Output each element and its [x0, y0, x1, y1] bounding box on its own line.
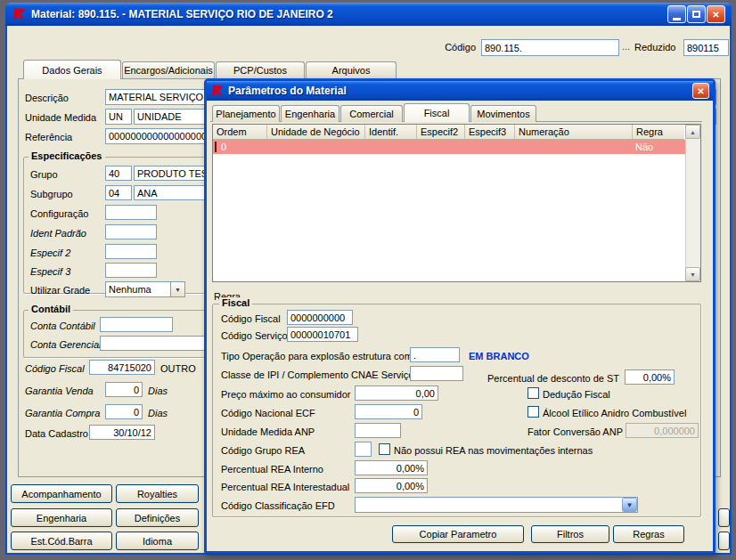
grid-header-unidade-negocio[interactable]: Unidade de Negócio	[267, 125, 365, 140]
tab-encargos-adicionais[interactable]: Encargos/Adicionais	[122, 61, 215, 78]
ident-padrao-input[interactable]	[105, 224, 157, 239]
tipo-operacao-input[interactable]: .	[410, 347, 460, 362]
grid-header-regra[interactable]: Regra	[633, 125, 684, 140]
copiar-parametro-button[interactable]: Copiar Parametro	[392, 525, 524, 543]
est-cod-barra-button[interactable]: Est.Cód.Barra	[11, 532, 112, 550]
utilizar-grade-dropdown-icon[interactable]: ▼	[170, 282, 184, 296]
unidade-medida-anp-input[interactable]	[355, 423, 401, 438]
codigo-grupo-rea-input[interactable]	[355, 442, 372, 457]
dlg-codigo-fiscal-input[interactable]: 0000000000	[287, 310, 353, 325]
grid-header-ordem[interactable]: Ordem	[213, 125, 267, 140]
dialog-tab-comercial[interactable]: Comercial	[340, 105, 403, 122]
close-button[interactable]: ✕	[707, 5, 725, 23]
conta-contabil-input[interactable]	[100, 317, 173, 332]
perc-rea-interno-label: Percentual REA Interno	[221, 464, 323, 475]
subgrupo-input[interactable]: 04	[105, 185, 132, 200]
utilizar-grade-combo[interactable]: Nenhuma ▼	[105, 281, 185, 297]
garantia-venda-suffix: Dias	[148, 386, 168, 396]
scroll-down-icon: ▼	[690, 272, 696, 278]
dialog-titlebar: Parâmetros do Material	[207, 81, 713, 101]
tab-arquivos[interactable]: Arquivos	[306, 61, 397, 78]
grupo-input[interactable]: 40	[105, 166, 132, 181]
garantia-venda-input[interactable]: 0	[105, 382, 143, 397]
cell-regra: Não	[635, 142, 653, 152]
preco-maximo-label: Preço máximo ao consumidor	[221, 389, 351, 400]
perc-rea-interno-input[interactable]: 0,00%	[355, 460, 428, 475]
referencia-label: Referência	[25, 132, 72, 142]
unidade-medida-input[interactable]: UN	[105, 109, 132, 125]
dlg-codigo-servico-input[interactable]: 00000010701	[287, 327, 358, 342]
especif3-input[interactable]	[105, 263, 157, 278]
grid-header-identif[interactable]: Identif.	[365, 125, 417, 140]
reduzido-label: Reduzido	[634, 42, 675, 53]
nao-possui-rea-label: Não possui REA nas movimentações interna…	[394, 445, 593, 456]
unidade-medida-label: Unidade Medida	[25, 112, 96, 123]
clipped-button-fragment[interactable]	[718, 508, 730, 527]
especif3-label: Especif 3	[30, 266, 70, 277]
classe-ipi-input[interactable]	[410, 366, 463, 381]
especificacoes-title: Especificações	[29, 150, 105, 161]
contabil-title: Contábil	[29, 304, 73, 314]
regras-button[interactable]: Regras	[613, 525, 684, 543]
tab-pcp-custos[interactable]: PCP/Custos	[216, 61, 305, 78]
garantia-compra-input[interactable]: 0	[105, 404, 143, 419]
grid-header-especif3[interactable]: Especif3	[465, 125, 515, 140]
codigo-nacional-ecf-input[interactable]: 0	[355, 404, 422, 419]
codigo-fiscal-input[interactable]: 84715020	[89, 360, 155, 375]
data-cadastro-input[interactable]: 30/10/12	[89, 425, 155, 440]
scroll-down-button[interactable]: ▼	[685, 267, 700, 281]
filtros-button[interactable]: Filtros	[531, 525, 609, 543]
row-caret	[215, 142, 217, 152]
dialog-title: Parâmetros do Material	[228, 85, 347, 97]
dlg-codigo-fiscal-label: Código Fiscal	[221, 313, 281, 324]
grid-header-row: Ordem Unidade de Negócio Identif. Especi…	[213, 125, 684, 140]
reduzido-input[interactable]: 890115	[683, 39, 729, 56]
codigo-browse-button[interactable]: ...	[622, 41, 630, 52]
configuracao-label: Configuração	[30, 208, 88, 219]
royalties-button[interactable]: Royalties	[116, 484, 199, 503]
deducao-fiscal-checkbox[interactable]	[527, 387, 539, 399]
codigo-label: Código	[419, 42, 476, 53]
grid-header-especif2[interactable]: Especif2	[417, 125, 465, 140]
dialog-tab-planejamento[interactable]: Planejamento	[212, 105, 280, 122]
clipped-button-fragment[interactable]	[718, 532, 730, 550]
idioma-button[interactable]: Idioma	[116, 532, 199, 550]
dialog-close-button[interactable]: ✕	[692, 83, 709, 99]
dialog-tab-fiscal[interactable]: Fiscal	[404, 103, 470, 122]
grid-selected-row[interactable]: 0 Não	[213, 140, 685, 154]
minimize-button[interactable]	[667, 5, 686, 23]
efd-dropdown-icon[interactable]: ▼	[622, 498, 637, 512]
perc-rea-interestadual-input[interactable]: 0,00%	[355, 478, 428, 493]
perc-desconto-st-input[interactable]: 0,00%	[625, 369, 675, 385]
deducao-fiscal-label: Dedução Fiscal	[543, 389, 610, 400]
subgrupo-label: Subgrupo	[30, 189, 73, 199]
conta-gerencial-input[interactable]	[100, 336, 207, 351]
tab-dados-gerais[interactable]: Dados Gerais	[23, 60, 121, 79]
preco-maximo-input[interactable]: 0,00	[355, 386, 438, 401]
codigo-fiscal-label: Código Fiscal	[25, 363, 85, 374]
main-window-titlebar: Material: 890.115. - MATERIAL SERVIÇO RI…	[5, 3, 732, 26]
acompanhamento-button[interactable]: Acompanhamento	[11, 484, 112, 503]
especif2-input[interactable]	[105, 244, 157, 259]
ident-padrao-label: Ident Padrão	[30, 228, 86, 239]
dialog-tab-engenharia[interactable]: Engenharia	[281, 105, 339, 122]
unidade-medida-anp-label: Unidade Medida ANP	[221, 426, 315, 437]
alcool-checkbox[interactable]	[527, 406, 539, 418]
scroll-up-icon: ▲	[690, 129, 696, 135]
engenharia-button[interactable]: Engenharia	[11, 508, 112, 527]
maximize-icon	[692, 11, 700, 18]
dialog-tab-movimentos[interactable]: Movimentos	[470, 105, 536, 122]
configuracao-input[interactable]	[105, 205, 157, 220]
definicoes-button[interactable]: Definições	[116, 508, 199, 527]
grid-header-numeracao[interactable]: Numeração	[515, 125, 633, 140]
scroll-up-button[interactable]: ▲	[685, 125, 700, 139]
grid-scrollbar[interactable]	[685, 125, 700, 281]
codigo-input[interactable]: 890.115.	[481, 39, 619, 56]
codigo-classificacao-efd-combo[interactable]: ▼	[355, 497, 638, 513]
tipo-operacao-label: Tipo Operação para explosão estrutura co…	[221, 351, 415, 361]
codigo-nacional-ecf-label: Código Nacional ECF	[221, 408, 315, 418]
maximize-button[interactable]	[687, 5, 706, 23]
nao-possui-rea-checkbox[interactable]	[379, 443, 390, 455]
fiscal-group-title: Fiscal	[219, 297, 252, 308]
alcool-label: Álcool Etílico Anidro Combustível	[543, 408, 686, 418]
